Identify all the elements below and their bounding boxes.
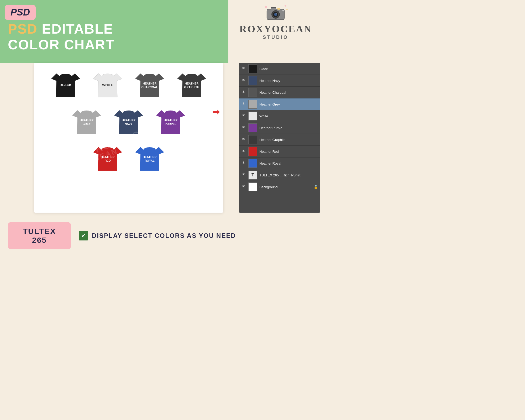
svg-point-2 [286, 9, 288, 10]
svg-point-0 [265, 6, 267, 8]
layer-name-white: White [259, 114, 318, 118]
display-text-area: ✓ DISPLAY SELECT COLORS AS YOU NEED [79, 231, 236, 240]
layer-thumb-charcoal [248, 88, 257, 97]
tshirt-row-1: BLACK WHITE HEATHER CHARCOAL [39, 68, 218, 102]
svg-text:BLACK: BLACK [60, 83, 72, 87]
eye-icon[interactable]: 👁 [241, 161, 246, 166]
tshirt-card: ROXYOCEAN ROXYOCEAN BLACK WHITE [34, 63, 223, 213]
layer-thumb-navy [248, 76, 257, 85]
tshirt-heather-royal: HEATHER ROYAL [131, 142, 168, 176]
tshirt-heather-graphite: HEATHER GRAPHITE [173, 68, 210, 102]
logo-studio: STUDIO [231, 35, 320, 40]
tshirt-heather-charcoal: HEATHER CHARCOAL [131, 68, 168, 102]
svg-text:GREY: GREY [82, 122, 91, 125]
svg-point-11 [282, 10, 284, 12]
eye-icon[interactable]: 👁 [241, 149, 246, 154]
tshirt-row-2: HEATHER GREY HEATHER NAVY HEATHER PURPLE [39, 105, 218, 139]
svg-text:HEATHER: HEATHER [143, 155, 156, 159]
svg-rect-5 [271, 7, 276, 10]
logo-name: ROXYOCEAN [231, 23, 320, 35]
layer-heather-grey[interactable]: 👁 Heather Grey [239, 98, 320, 110]
svg-rect-6 [277, 8, 280, 10]
tshirt-heather-purple: HEATHER PURPLE [152, 105, 189, 139]
layer-heather-graphite[interactable]: 👁 Heather Graphite [239, 134, 320, 146]
logo-area: ROXYOCEAN STUDIO [231, 3, 320, 40]
layer-name-royal: Heather Royal [259, 161, 318, 165]
svg-text:PURPLE: PURPLE [165, 122, 177, 125]
layer-name-charcoal: Heather Charcoal [259, 91, 318, 94]
layer-name-grey: Heather Grey [259, 102, 318, 106]
layer-tultex-text[interactable]: 👁 T TULTEX 265 ...Rich T-Shirt [239, 169, 320, 181]
eye-icon[interactable]: 👁 [241, 102, 246, 107]
svg-text:GRAPHITE: GRAPHITE [184, 86, 199, 89]
layer-thumb-red [248, 147, 257, 156]
tultex-model: 265 [21, 236, 58, 245]
eye-icon[interactable]: 👁 [241, 90, 246, 95]
layer-name-graphite: Heather Graphite [259, 138, 318, 142]
layer-black[interactable]: 👁 Black [239, 63, 320, 75]
tshirt-black: BLACK [47, 68, 84, 102]
title-line2: COLOR CHART [8, 37, 114, 52]
psd-badge: PSD [5, 5, 36, 20]
layer-name-black: Black [259, 67, 318, 71]
layer-thumb-purple [248, 123, 257, 132]
eye-icon[interactable]: 👁 [241, 78, 246, 83]
layer-heather-purple[interactable]: 👁 Heather Purple [239, 122, 320, 134]
layer-white[interactable]: 👁 White [239, 110, 320, 122]
camera-icon [262, 3, 289, 21]
eye-icon[interactable]: 👁 [241, 125, 246, 130]
title-psd: PSD [8, 21, 38, 36]
eye-icon[interactable]: 👁 [241, 184, 246, 190]
svg-text:NAVY: NAVY [125, 122, 133, 125]
title-line1-rest: EDITABLE [38, 21, 113, 36]
svg-text:CHARCOAL: CHARCOAL [141, 86, 158, 89]
svg-text:ROYAL: ROYAL [145, 159, 155, 162]
eye-icon[interactable]: 👁 [241, 172, 246, 178]
layer-background[interactable]: 👁 Background 🔒 [239, 181, 320, 193]
layer-arrow: ➡ [212, 106, 220, 117]
layer-thumb-royal [248, 159, 257, 168]
tshirt-heather-grey: HEATHER GREY [68, 105, 105, 139]
layers-panel: 👁 Black 👁 Heather Navy 👁 Heather Charcoa… [239, 63, 320, 213]
bottom-section: TULTEX 265 ✓ DISPLAY SELECT COLORS AS YO… [0, 222, 323, 249]
psd-badge-label: PSD [10, 7, 30, 18]
display-colors-text: DISPLAY SELECT COLORS AS YOU NEED [92, 232, 236, 239]
svg-point-10 [276, 13, 277, 14]
eye-icon[interactable]: 👁 [241, 113, 246, 119]
lock-icon: 🔒 [314, 185, 318, 189]
layer-name-red: Heather Red [259, 150, 318, 154]
eye-icon[interactable]: 👁 [241, 66, 246, 71]
svg-text:WHITE: WHITE [102, 83, 113, 87]
tshirt-heather-navy: HEATHER NAVY [110, 105, 147, 139]
layer-heather-navy[interactable]: 👁 Heather Navy [239, 75, 320, 87]
layer-thumb-text: T [248, 171, 257, 180]
tshirt-heather-red: HEATHER RED [89, 142, 126, 176]
svg-text:HEATHER: HEATHER [122, 119, 135, 122]
eye-icon[interactable]: 👁 [241, 137, 246, 142]
svg-text:RED: RED [104, 159, 111, 162]
layer-thumb-grey [248, 100, 257, 109]
layer-thumb-black [248, 64, 257, 73]
tultex-brand: TULTEX [21, 227, 58, 236]
tshirt-white: WHITE [89, 68, 126, 102]
checkbox-icon: ✓ [79, 231, 88, 240]
tultex-badge: TULTEX 265 [8, 222, 71, 249]
layer-heather-red[interactable]: 👁 Heather Red [239, 146, 320, 158]
svg-text:HEATHER: HEATHER [164, 119, 177, 122]
layer-name-bg: Background [259, 185, 312, 189]
layer-name-tultex: TULTEX 265 ...Rich T-Shirt [259, 173, 318, 177]
checkmark: ✓ [81, 232, 86, 239]
layer-thumb-white [248, 112, 257, 120]
main-title: PSD EDITABLE COLOR CHART [8, 21, 114, 52]
layer-heather-royal[interactable]: 👁 Heather Royal [239, 158, 320, 169]
svg-text:HEATHER: HEATHER [143, 82, 156, 85]
layer-heather-charcoal[interactable]: 👁 Heather Charcoal [239, 87, 320, 98]
svg-text:HEATHER: HEATHER [101, 155, 114, 159]
layer-thumb-bg [248, 182, 257, 191]
layer-thumb-graphite [248, 135, 257, 144]
layer-name-purple: Heather Purple [259, 126, 318, 130]
svg-text:HEATHER: HEATHER [80, 119, 93, 122]
layer-name-navy: Heather Navy [259, 79, 318, 83]
svg-text:HEATHER: HEATHER [185, 82, 198, 85]
tshirt-row-3: HEATHER RED HEATHER ROYAL [39, 142, 218, 176]
